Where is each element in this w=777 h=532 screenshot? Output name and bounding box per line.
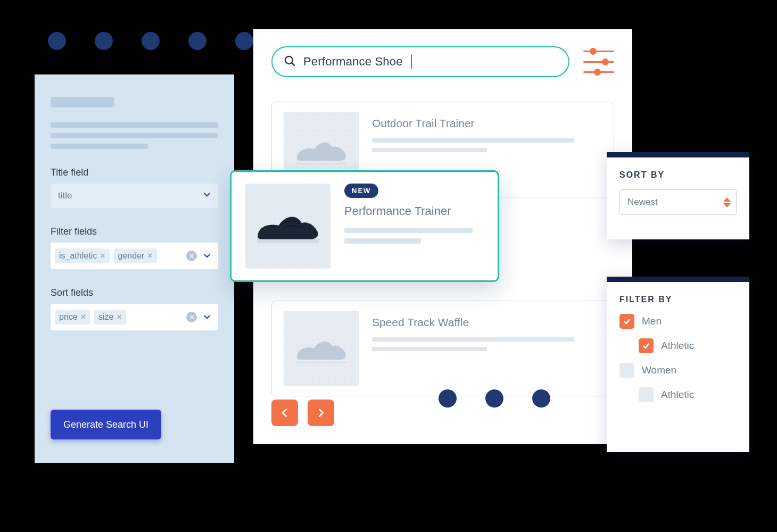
title-field-value: title — [58, 190, 72, 201]
chevron-down-icon[interactable] — [202, 251, 212, 261]
prev-page-button[interactable] — [271, 400, 298, 426]
new-badge: NEW — [344, 184, 378, 198]
featured-result-card[interactable]: NEW Performance Trainer — [230, 170, 499, 282]
chevron-down-icon[interactable] — [202, 312, 212, 322]
remove-tag-icon[interactable]: × — [117, 312, 121, 322]
chevron-down-icon — [202, 190, 212, 202]
title-field-label: Title field — [51, 167, 218, 178]
filter-option[interactable]: Women — [619, 363, 737, 378]
sort-panel-title: SORT BY — [619, 170, 737, 180]
filter-panel: FILTER BY Men Athletic Women — [607, 277, 749, 452]
checkbox-icon[interactable] — [639, 387, 654, 402]
sort-panel: SORT BY Newest — [607, 152, 749, 239]
filter-tag[interactable]: gender × — [114, 248, 157, 263]
dot-icon — [48, 32, 66, 50]
result-title: Speed Track Waffle — [372, 316, 602, 329]
sort-value: Newest — [627, 197, 658, 207]
filter-fields-multiselect[interactable]: is_athletic × gender × ✕ — [51, 243, 218, 269]
clear-all-icon[interactable]: ✕ — [186, 312, 197, 322]
search-query: Performance Shoe — [303, 55, 403, 69]
clear-all-icon[interactable]: ✕ — [186, 251, 197, 261]
remove-tag-icon[interactable]: × — [81, 312, 86, 322]
sort-select[interactable]: Newest — [619, 189, 737, 215]
sort-fields-multiselect[interactable]: price × size × ✕ — [51, 304, 218, 330]
filter-option[interactable]: Athletic — [639, 338, 737, 353]
config-placeholder-line — [51, 122, 218, 128]
title-field-select[interactable]: title — [51, 184, 218, 208]
placeholder-line — [372, 138, 574, 143]
config-heading-placeholder — [51, 97, 114, 107]
config-panel: Title field title Filter fields is_athle… — [35, 74, 234, 463]
decorative-dots-bottom — [439, 389, 550, 408]
product-thumbnail — [245, 184, 330, 269]
sort-tag[interactable]: size × — [94, 310, 126, 325]
filter-panel-title: FILTER BY — [619, 295, 737, 304]
filter-option[interactable]: Men — [619, 314, 737, 329]
sort-tag[interactable]: price × — [55, 310, 90, 325]
result-card[interactable]: Speed Track Waffle — [271, 301, 614, 396]
text-caret — [411, 55, 412, 69]
next-page-button[interactable] — [308, 400, 334, 426]
sort-fields-label: Sort fields — [51, 287, 218, 298]
filter-fields-label: Filter fields — [51, 226, 218, 237]
remove-tag-icon[interactable]: × — [147, 251, 152, 261]
product-thumbnail — [284, 311, 359, 386]
checkbox-icon[interactable] — [619, 363, 634, 378]
result-title: Performance Trainer — [344, 204, 484, 218]
pagination — [271, 400, 334, 426]
search-input[interactable]: Performance Shoe — [271, 46, 569, 77]
shoe-icon — [292, 331, 351, 365]
sort-stepper-icon[interactable] — [723, 197, 731, 207]
generate-button[interactable]: Generate Search UI — [51, 410, 161, 439]
svg-line-1 — [292, 63, 295, 66]
checkbox-checked-icon[interactable] — [619, 314, 634, 329]
decorative-dots-row-1 — [48, 32, 253, 50]
filter-toggle-icon[interactable] — [583, 51, 614, 73]
remove-tag-icon[interactable]: × — [100, 251, 105, 261]
filter-option[interactable]: Athletic — [639, 387, 737, 402]
filter-tag[interactable]: is_athletic × — [55, 248, 110, 263]
search-icon — [283, 54, 296, 69]
result-title: Outdoor Trail Trainer — [372, 117, 602, 130]
shoe-icon — [253, 206, 323, 246]
shoe-icon — [292, 132, 351, 167]
checkbox-checked-icon[interactable] — [639, 338, 654, 353]
